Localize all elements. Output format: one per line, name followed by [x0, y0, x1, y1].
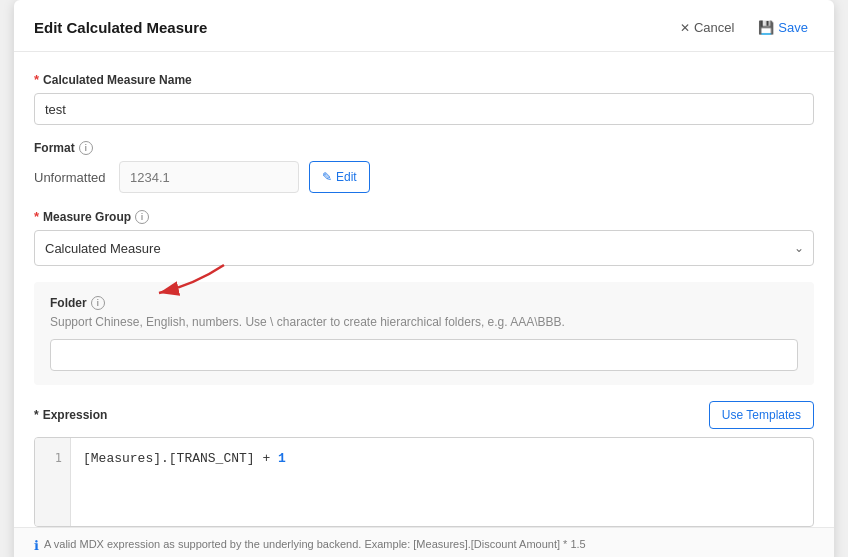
code-area[interactable]: [Measures].[TRANS_CNT] + 1: [71, 438, 813, 526]
expression-section: * Expression Use Templates 1 [Measures].…: [34, 401, 814, 527]
format-field-label: Format i: [34, 141, 814, 155]
use-templates-label: Use Templates: [722, 408, 801, 422]
cancel-label: Cancel: [694, 20, 734, 35]
edit-pencil-icon: ✎: [322, 170, 332, 184]
expression-label-text: Expression: [43, 408, 108, 422]
info-circle-icon: ℹ: [34, 538, 39, 553]
format-info-icon[interactable]: i: [79, 141, 93, 155]
expression-code-text: [Measures].[TRANS_CNT] +: [83, 451, 278, 466]
measure-group-label-text: Measure Group: [43, 210, 131, 224]
footer-hint-text: A valid MDX expression as supported by t…: [44, 538, 586, 550]
format-field-group: Format i Unformatted ✎ Edit: [34, 141, 814, 193]
expression-editor[interactable]: 1 [Measures].[TRANS_CNT] + 1: [34, 437, 814, 527]
name-label-text: Calculated Measure Name: [43, 73, 192, 87]
folder-info-icon[interactable]: i: [91, 296, 105, 310]
name-field-label: * Calculated Measure Name: [34, 72, 814, 87]
folder-field-label: Folder i: [50, 296, 798, 310]
use-templates-button[interactable]: Use Templates: [709, 401, 814, 429]
expression-code-highlight: 1: [278, 451, 286, 466]
panel-body: * Calculated Measure Name Format i Unfor…: [14, 52, 834, 527]
folder-input[interactable]: [50, 339, 798, 371]
format-row: Unformatted ✎ Edit: [34, 161, 814, 193]
expression-required-star: *: [34, 408, 39, 422]
name-input[interactable]: [34, 93, 814, 125]
measure-group-label: * Measure Group i: [34, 209, 814, 224]
panel-title: Edit Calculated Measure: [34, 19, 207, 36]
expression-header: * Expression Use Templates: [34, 401, 814, 429]
measure-group-select-wrapper: Calculated Measure ⌄: [34, 230, 814, 266]
panel-header: Edit Calculated Measure ✕ Cancel 💾 Save: [14, 0, 834, 52]
folder-hint-text: Support Chinese, English, numbers. Use \…: [50, 314, 798, 331]
header-actions: ✕ Cancel 💾 Save: [674, 16, 814, 39]
save-icon: 💾: [758, 20, 774, 35]
save-button[interactable]: 💾 Save: [752, 16, 814, 39]
line-number-1: 1: [55, 448, 62, 468]
expression-label: * Expression: [34, 408, 107, 422]
folder-label-text: Folder: [50, 296, 87, 310]
cancel-x-icon: ✕: [680, 21, 690, 35]
measure-group-required-star: *: [34, 209, 39, 224]
footer-hint: ℹ A valid MDX expression as supported by…: [34, 538, 814, 553]
edit-format-button[interactable]: ✎ Edit: [309, 161, 370, 193]
measure-group-select[interactable]: Calculated Measure: [34, 230, 814, 266]
edit-calculated-measure-panel: Edit Calculated Measure ✕ Cancel 💾 Save …: [14, 0, 834, 557]
measure-group-field-group: * Measure Group i Calculated Measure ⌄: [34, 209, 814, 266]
panel-footer: ℹ A valid MDX expression as supported by…: [14, 527, 834, 557]
edit-label: Edit: [336, 170, 357, 184]
format-value-input: [119, 161, 299, 193]
format-type-label: Unformatted: [34, 170, 109, 185]
cancel-button[interactable]: ✕ Cancel: [674, 16, 740, 39]
format-label-text: Format: [34, 141, 75, 155]
measure-group-info-icon[interactable]: i: [135, 210, 149, 224]
save-label: Save: [778, 20, 808, 35]
name-required-star: *: [34, 72, 39, 87]
folder-section: Folder i Support Chinese, English, numbe…: [34, 282, 814, 385]
name-field-group: * Calculated Measure Name: [34, 72, 814, 125]
line-numbers: 1: [35, 438, 71, 526]
